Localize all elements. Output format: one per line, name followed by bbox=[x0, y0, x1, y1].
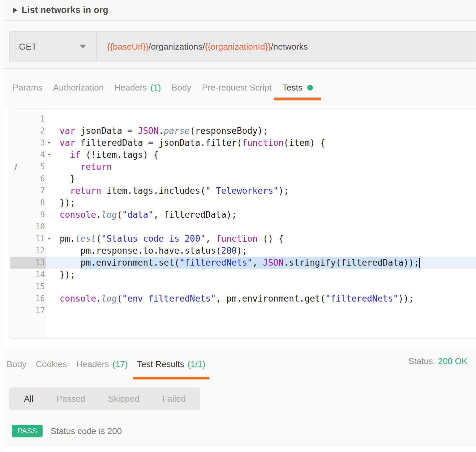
fold-arrow-icon[interactable]: ▾ bbox=[48, 139, 51, 145]
code-line-1[interactable]: 1 bbox=[10, 113, 476, 125]
line-number: 2 bbox=[20, 126, 46, 135]
url-path: /organizations/ bbox=[148, 42, 205, 52]
gutter-cell: 14 bbox=[10, 269, 46, 281]
filter-passed[interactable]: Passed bbox=[56, 394, 85, 404]
request-header: List networks in org bbox=[0, 0, 476, 21]
url-input[interactable]: {{baseUrl}}/organizations/{{organization… bbox=[97, 31, 476, 62]
fold-arrow-icon[interactable]: ▾ bbox=[48, 235, 51, 241]
code-line-10[interactable]: 10 bbox=[10, 221, 476, 233]
response-tab-headers[interactable]: Headers(17) bbox=[72, 348, 132, 380]
filter-skipped[interactable]: Skipped bbox=[108, 394, 139, 404]
code-text bbox=[46, 281, 476, 293]
code-token: var bbox=[60, 126, 75, 136]
code-line-11[interactable]: 11▾pm.test("Status code is 200", functio… bbox=[10, 233, 476, 245]
code-token: function bbox=[242, 138, 284, 148]
code-token: test bbox=[75, 234, 96, 244]
code-text: }); bbox=[46, 197, 476, 209]
method-dropdown[interactable]: GET bbox=[9, 31, 97, 62]
tab-body[interactable]: Body bbox=[166, 69, 196, 107]
gutter-cell: 13 bbox=[10, 257, 46, 269]
tab-count-badge: (17) bbox=[112, 359, 127, 369]
code-token: } bbox=[60, 174, 75, 184]
tab-label: Cookies bbox=[36, 359, 67, 369]
tab-tests[interactable]: Tests bbox=[277, 69, 318, 107]
info-icon: i bbox=[10, 162, 20, 171]
tab-authorization[interactable]: Authorization bbox=[48, 69, 109, 107]
code-token: ); bbox=[237, 246, 247, 256]
url-variable: {{organizationId}} bbox=[205, 42, 271, 52]
response-tab-body[interactable]: Body bbox=[2, 348, 31, 380]
code-token: )); bbox=[398, 294, 414, 304]
tab-label: Pre-request Script bbox=[202, 83, 272, 93]
code-line-4[interactable]: 4▾ if (!item.tags) { bbox=[10, 149, 476, 161]
code-text: pm.environment.set("filteredNets", JSON.… bbox=[46, 257, 476, 269]
code-line-12[interactable]: 12 pm.response.to.have.status(200); bbox=[10, 245, 476, 257]
code-token: return bbox=[81, 162, 112, 172]
line-number: 16 bbox=[20, 294, 46, 303]
tests-code-editor[interactable]: 12var jsonData = JSON.parse(responseBody… bbox=[10, 109, 476, 339]
code-text: } bbox=[46, 173, 476, 185]
code-line-2[interactable]: 2var jsonData = JSON.parse(responseBody)… bbox=[10, 125, 476, 137]
code-token: () { bbox=[258, 234, 284, 244]
fold-arrow-icon[interactable]: ▾ bbox=[48, 151, 51, 157]
collapse-caret-icon[interactable] bbox=[13, 8, 17, 13]
code-token: jsonData = bbox=[75, 126, 138, 136]
code-token: "env filteredNets" bbox=[122, 294, 216, 304]
code-line-3[interactable]: 3▾var filteredData = jsonData.filter(fun… bbox=[10, 137, 476, 149]
code-token: . bbox=[158, 126, 164, 136]
code-line-16[interactable]: 16console.log("env filteredNets", pm.env… bbox=[10, 293, 476, 305]
code-line-8[interactable]: 8}); bbox=[10, 197, 476, 209]
code-line-9[interactable]: 9console.log("data", filteredData); bbox=[10, 209, 476, 221]
request-title: List networks in org bbox=[22, 5, 109, 15]
code-token: . bbox=[96, 210, 102, 220]
line-number: 10 bbox=[20, 222, 46, 231]
code-token: pm. bbox=[60, 234, 75, 244]
code-token: pm.response.to.have.status( bbox=[60, 246, 221, 256]
filter-failed[interactable]: Failed bbox=[162, 394, 186, 404]
code-token: "data" bbox=[122, 210, 153, 220]
tab-headers[interactable]: Headers(1) bbox=[109, 69, 166, 107]
response-tab-test-results[interactable]: Test Results(1/1) bbox=[132, 348, 210, 380]
code-line-6[interactable]: 6 } bbox=[10, 173, 476, 185]
test-result-row: PASSStatus code is 200 bbox=[12, 425, 476, 437]
gutter-cell: 8 bbox=[10, 197, 46, 209]
code-token: , filteredData); bbox=[153, 210, 237, 220]
code-token: "filteredNets" bbox=[179, 258, 252, 268]
code-token: filteredData = jsonData.filter( bbox=[75, 138, 242, 148]
tab-pre-request-script[interactable]: Pre-request Script bbox=[197, 69, 277, 107]
code-token: "Status code is 200" bbox=[101, 234, 205, 244]
code-text: }); bbox=[46, 269, 476, 281]
panel-left-edge bbox=[0, 0, 3, 452]
gutter-cell: 10 bbox=[10, 221, 46, 233]
gutter-cell: 2 bbox=[10, 125, 46, 137]
code-token: . bbox=[96, 294, 102, 304]
url-bar: GET {{baseUrl}}/organizations/{{organiza… bbox=[0, 21, 476, 69]
tab-params[interactable]: Params bbox=[7, 69, 48, 107]
code-token: log bbox=[101, 210, 117, 220]
filter-all[interactable]: All bbox=[24, 394, 34, 404]
code-line-14[interactable]: 14}); bbox=[10, 269, 476, 281]
response-tab-cookies[interactable]: Cookies bbox=[31, 348, 72, 380]
code-text bbox=[46, 305, 476, 317]
code-line-5[interactable]: i5 return bbox=[10, 161, 476, 173]
code-token: pm.environment.set( bbox=[81, 258, 179, 268]
test-result-filters: AllPassedSkippedFailed bbox=[9, 387, 200, 410]
code-token: 200 bbox=[221, 246, 237, 256]
text-cursor bbox=[419, 258, 420, 268]
code-line-17[interactable]: 17 bbox=[10, 305, 476, 317]
code-token: }); bbox=[60, 270, 75, 280]
code-token: JSON bbox=[138, 126, 159, 136]
code-line-15[interactable]: 15 bbox=[10, 281, 476, 293]
line-number: 1 bbox=[20, 114, 46, 123]
gutter-cell: 1 bbox=[10, 113, 46, 125]
code-token: (responseBody); bbox=[190, 126, 268, 136]
code-line-13[interactable]: 13 pm.environment.set("filteredNets", JS… bbox=[10, 257, 476, 269]
code-line-7[interactable]: 7 return item.tags.includes(" Teleworker… bbox=[10, 185, 476, 197]
line-number: 9 bbox=[20, 210, 46, 219]
code-token: item.tags.includes( bbox=[101, 186, 205, 196]
code-text: return item.tags.includes(" Teleworkers"… bbox=[46, 185, 476, 197]
test-result-text: Status code is 200 bbox=[51, 426, 122, 436]
code-token: console bbox=[60, 210, 96, 220]
code-token bbox=[60, 162, 81, 172]
code-text: var jsonData = JSON.parse(responseBody); bbox=[46, 125, 476, 137]
